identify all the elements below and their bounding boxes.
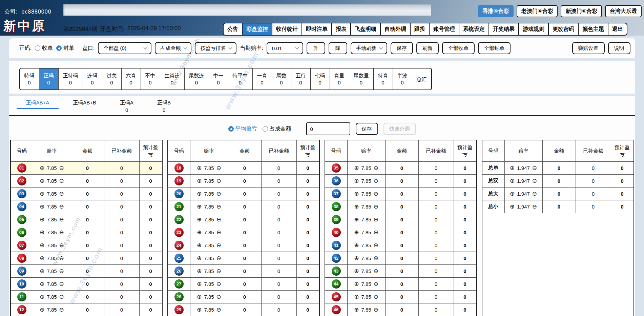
- minus-icon[interactable]: ⊖: [59, 165, 64, 171]
- table-row[interactable]: 27⊕7.85⊖000: [168, 278, 319, 291]
- table-row[interactable]: 21⊕7.85⊖000: [168, 200, 319, 213]
- odds-up-button[interactable]: 升: [307, 42, 325, 54]
- table-row[interactable]: 03⊕7.85⊖000: [11, 187, 162, 200]
- plus-icon[interactable]: ⊕: [40, 230, 44, 235]
- lottery-tab[interactable]: 台湾大乐透: [605, 5, 642, 17]
- nav-item[interactable]: 游戏规则: [519, 23, 549, 35]
- game-tab[interactable]: 过关0: [102, 68, 122, 90]
- plus-icon[interactable]: ⊕: [354, 230, 359, 235]
- table-row[interactable]: 02⊕7.85⊖000: [11, 175, 162, 187]
- minus-icon[interactable]: ⊖: [59, 294, 64, 300]
- minus-icon[interactable]: ⊖: [532, 191, 537, 197]
- nav-item[interactable]: 系统设定: [459, 23, 489, 35]
- table-row[interactable]: 05⊕7.85⊖000: [11, 213, 162, 226]
- plus-icon[interactable]: ⊕: [197, 281, 202, 287]
- radio-seal[interactable]: 封单: [56, 45, 74, 52]
- plus-icon[interactable]: ⊕: [354, 307, 359, 313]
- minus-icon[interactable]: ⊖: [59, 178, 64, 184]
- table-row[interactable]: 38⊕7.85⊖000: [325, 200, 476, 213]
- plus-icon[interactable]: ⊕: [510, 204, 515, 210]
- minus-icon[interactable]: ⊖: [374, 204, 378, 210]
- minus-icon[interactable]: ⊖: [374, 294, 378, 300]
- game-tab[interactable]: 尾数量0: [349, 68, 374, 90]
- plus-icon[interactable]: ⊕: [354, 204, 359, 210]
- plus-icon[interactable]: ⊕: [40, 217, 44, 222]
- minus-icon[interactable]: ⊖: [216, 242, 221, 248]
- table-row[interactable]: 07⊕7.85⊖000: [11, 239, 162, 252]
- game-tab[interactable]: 六肖0: [122, 68, 141, 90]
- sub-tab[interactable]: 正码A0: [118, 98, 136, 115]
- plus-icon[interactable]: ⊕: [354, 281, 359, 287]
- plus-icon[interactable]: ⊕: [40, 242, 44, 248]
- game-tab[interactable]: 一肖0: [253, 68, 272, 90]
- minus-icon[interactable]: ⊖: [59, 191, 64, 197]
- game-tab[interactable]: 总汇: [412, 68, 431, 90]
- table-row[interactable]: 总小⊕1.947⊖000: [482, 200, 633, 213]
- save-button[interactable]: 保存: [391, 42, 413, 54]
- game-tab[interactable]: 生肖连0: [160, 68, 185, 90]
- table-row[interactable]: 09⊕7.85⊖000: [11, 265, 162, 278]
- table-row[interactable]: 20⊕7.85⊖000: [168, 187, 319, 200]
- table-row[interactable]: 12⊕7.85⊖000: [11, 303, 162, 316]
- minus-icon[interactable]: ⊖: [216, 281, 221, 287]
- table-row[interactable]: 46⊕7.85⊖000: [325, 303, 476, 316]
- plus-icon[interactable]: ⊕: [197, 178, 202, 184]
- plus-icon[interactable]: ⊕: [197, 242, 202, 248]
- minus-icon[interactable]: ⊖: [374, 165, 378, 171]
- pan-select[interactable]: 全部盘 (0): [98, 42, 151, 54]
- plus-icon[interactable]: ⊕: [354, 191, 359, 197]
- table-row[interactable]: 43⊕7.85⊖000: [325, 265, 476, 278]
- minus-icon[interactable]: ⊖: [216, 307, 221, 313]
- table-row[interactable]: 40⊕7.85⊖000: [325, 226, 476, 239]
- plus-icon[interactable]: ⊕: [40, 281, 44, 287]
- minus-icon[interactable]: ⊖: [216, 255, 221, 261]
- radio-circle-icon[interactable]: [263, 126, 268, 132]
- minus-icon[interactable]: ⊖: [59, 242, 64, 248]
- table-row[interactable]: 35⊕7.85⊖000: [325, 162, 476, 175]
- radio-receive[interactable]: 收单: [35, 45, 53, 52]
- lottery-tab[interactable]: 新澳门⑥合彩: [561, 5, 602, 17]
- minus-icon[interactable]: ⊖: [374, 191, 378, 197]
- minus-icon[interactable]: ⊖: [374, 281, 378, 287]
- table-row[interactable]: 总双⊕1.947⊖000: [482, 175, 633, 187]
- amount-select[interactable]: 占成金额: [155, 42, 191, 54]
- table-row[interactable]: 45⊕7.85⊖000: [325, 291, 476, 303]
- minus-icon[interactable]: ⊖: [374, 255, 378, 261]
- plus-icon[interactable]: ⊕: [197, 230, 202, 235]
- nav-item[interactable]: 自动外调: [381, 23, 411, 35]
- table-row[interactable]: 11⊕7.85⊖000: [11, 291, 162, 303]
- nav-item[interactable]: 退出: [608, 23, 627, 35]
- minus-icon[interactable]: ⊖: [216, 165, 221, 171]
- nav-item[interactable]: 报表: [332, 23, 351, 35]
- table-row[interactable]: 39⊕7.85⊖000: [325, 213, 476, 226]
- minus-icon[interactable]: ⊖: [532, 204, 537, 210]
- lottery-tab[interactable]: 老澳门⑥合彩: [517, 5, 558, 17]
- minus-icon[interactable]: ⊖: [216, 294, 221, 300]
- table-row[interactable]: 23⊕7.85⊖000: [168, 226, 319, 239]
- plus-icon[interactable]: ⊕: [40, 191, 44, 197]
- plus-icon[interactable]: ⊕: [197, 268, 202, 274]
- nav-item[interactable]: 颜色主题: [579, 23, 608, 35]
- minus-icon[interactable]: ⊖: [374, 217, 378, 222]
- plus-icon[interactable]: ⊕: [354, 294, 359, 300]
- table-row[interactable]: 28⊕7.85⊖000: [168, 291, 319, 303]
- plus-icon[interactable]: ⊕: [510, 165, 515, 171]
- plus-icon[interactable]: ⊕: [354, 242, 359, 248]
- minus-icon[interactable]: ⊖: [216, 217, 221, 222]
- plus-icon[interactable]: ⊕: [40, 307, 44, 313]
- minus-icon[interactable]: ⊖: [374, 230, 378, 235]
- nav-item[interactable]: 跟投: [411, 23, 430, 35]
- plus-icon[interactable]: ⊕: [197, 217, 202, 222]
- rank-select[interactable]: 按盈亏排名: [195, 42, 236, 54]
- plus-icon[interactable]: ⊕: [354, 217, 359, 222]
- table-row[interactable]: 26⊕7.85⊖000: [168, 265, 319, 278]
- table-row[interactable]: 10⊕7.85⊖000: [11, 278, 162, 291]
- table-row[interactable]: 18⊕7.85⊖000: [168, 162, 319, 175]
- nav-item[interactable]: 公告: [224, 23, 243, 35]
- table-row[interactable]: 24⊕7.85⊖000: [168, 239, 319, 252]
- minus-icon[interactable]: ⊖: [216, 204, 221, 210]
- radio-checked-icon[interactable]: [56, 45, 62, 51]
- refresh-mode-select[interactable]: 手动刷新: [351, 42, 387, 54]
- odds-down-button[interactable]: 降: [329, 42, 347, 54]
- plus-icon[interactable]: ⊕: [354, 178, 359, 184]
